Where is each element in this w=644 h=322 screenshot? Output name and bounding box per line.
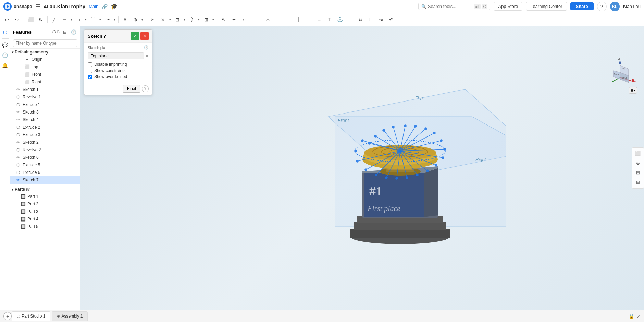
section-parts[interactable]: ▾ Parts (5): [10, 186, 80, 193]
list-icon[interactable]: ≡: [87, 296, 91, 303]
toolbar-rect[interactable]: ▭: [60, 15, 69, 24]
toolbar-sketch-arrow[interactable]: ▾: [140, 15, 144, 24]
toolbar-extend-arrow[interactable]: ▾: [168, 15, 172, 24]
tree-item-sketch6[interactable]: ✏ Sketch 6: [10, 154, 80, 161]
tree-item-sketch2[interactable]: ✏ Sketch 2: [10, 139, 80, 146]
logo[interactable]: onshape: [3, 2, 32, 11]
hamburger-icon[interactable]: ☰: [35, 3, 40, 10]
toolbar-extend[interactable]: ✕: [158, 15, 168, 24]
toolbar-coincident[interactable]: ∙: [253, 15, 262, 24]
toolbar-text[interactable]: A: [120, 15, 130, 24]
canvas-viewport[interactable]: Sketch 7 ✓ ✕ Sketch plane 🕐 Top plane: [80, 26, 644, 310]
sketch-plane-x-btn[interactable]: ✕: [145, 53, 149, 58]
sketch-cancel-button[interactable]: ✕: [140, 32, 149, 40]
toolbar-tangent[interactable]: ⌓: [263, 15, 273, 24]
tree-item-extrude3[interactable]: ⬡ Extrude 3: [10, 131, 80, 139]
tree-item-extrude5[interactable]: ⬡ Extrude 5: [10, 161, 80, 169]
tree-item-part2[interactable]: 🔲 Part 2: [10, 200, 80, 208]
toolbar-select[interactable]: ↖: [219, 15, 228, 24]
sidebar-filter-icon[interactable]: ⊟: [61, 28, 69, 36]
show-constraints-checkbox[interactable]: [88, 69, 92, 73]
show-overdefined-checkbox[interactable]: [88, 75, 92, 79]
toolbar-arc-arrow[interactable]: ▾: [98, 15, 102, 24]
toolbar-pattern[interactable]: ⊞: [201, 15, 211, 24]
toolbar-spline-arrow[interactable]: ▾: [112, 15, 116, 24]
avatar[interactable]: KL: [610, 2, 620, 11]
toolbar-arc[interactable]: ⌒: [88, 15, 98, 24]
left-icon-features[interactable]: ⬡: [1, 28, 9, 36]
bottombar-lock-icon[interactable]: 🔒: [629, 313, 634, 319]
right-icon-2[interactable]: ⊕: [633, 159, 642, 168]
tree-item-sketch3[interactable]: ✏ Sketch 3: [10, 108, 80, 116]
toolbar-parallel[interactable]: ∥: [284, 15, 293, 24]
toolbar-fix[interactable]: ⚓: [335, 15, 345, 24]
help-button[interactable]: ?: [597, 2, 607, 11]
branch-name[interactable]: Main: [89, 4, 98, 9]
tree-item-extrude2[interactable]: ⬡ Extrude 2: [10, 123, 80, 131]
toolbar-undo[interactable]: ↩: [2, 15, 12, 24]
left-icon-messages[interactable]: 💬: [1, 41, 9, 49]
tree-item-sketch4[interactable]: ✏ Sketch 4: [10, 116, 80, 123]
left-icon-notifications[interactable]: 🔔: [1, 61, 9, 70]
search-input[interactable]: [428, 4, 472, 9]
tree-item-front[interactable]: ⬜ Front: [14, 71, 80, 78]
toolbar-sketch[interactable]: ⊕: [131, 15, 140, 24]
toolbar-midpoint[interactable]: ⊤: [325, 15, 334, 24]
tree-item-revolve2[interactable]: ⬡ Revolve 2: [10, 146, 80, 154]
toolbar-redo[interactable]: ↪: [12, 15, 22, 24]
toolbar-mirror[interactable]: ⧛: [187, 15, 197, 24]
tree-item-top[interactable]: ⬜ Top: [14, 63, 80, 71]
tree-item-extrude6[interactable]: ⬡ Extrude 6: [10, 169, 80, 176]
sidebar-clock-icon[interactable]: 🕐: [70, 28, 77, 36]
canvas[interactable]: Sketch 7 ✓ ✕ Sketch plane 🕐 Top plane: [80, 26, 644, 310]
link-icon[interactable]: 🔗: [102, 4, 108, 9]
toolbar-constraint-3[interactable]: ≋: [356, 15, 365, 24]
app-store-button[interactable]: App Store: [494, 2, 522, 11]
tree-item-part4[interactable]: 🔲 Part 4: [10, 215, 80, 223]
toolbar-vertical[interactable]: |: [294, 15, 304, 24]
bottombar-expand-icon[interactable]: ⤢: [636, 313, 641, 319]
toolbar-constraint-6[interactable]: ↶: [386, 15, 396, 24]
view-cube[interactable]: Z X Top Front Right: [610, 57, 637, 84]
toolbar-circle-arrow[interactable]: ▾: [84, 15, 88, 24]
tree-item-sketch1[interactable]: ✏ Sketch 1: [10, 86, 80, 93]
3d-viewport[interactable]: Front Top Right #1 First place: [301, 55, 506, 261]
tree-item-part5[interactable]: 🔲 Part 5: [10, 223, 80, 230]
toolbar-point[interactable]: ✦: [229, 15, 239, 24]
sketch-help-button[interactable]: ?: [142, 85, 149, 92]
sketch-option-show-constraints[interactable]: Show constraints: [88, 68, 149, 74]
view-settings-button[interactable]: ⊞▾: [629, 87, 637, 94]
toolbar-dimension[interactable]: ↔: [239, 15, 249, 24]
add-tab-button[interactable]: +: [3, 312, 12, 320]
toolbar-spline[interactable]: 〜: [103, 15, 112, 24]
tree-item-revolve1[interactable]: ⬡ Revolve 1: [10, 93, 80, 101]
right-icon-1[interactable]: ⬜: [633, 149, 642, 158]
right-icon-4[interactable]: ⊞: [633, 178, 642, 187]
toolbar-circle[interactable]: ○: [74, 15, 84, 24]
sketch-confirm-button[interactable]: ✓: [131, 32, 139, 40]
learning-center-button[interactable]: Learning Center: [526, 2, 567, 11]
sidebar-search[interactable]: [10, 38, 80, 49]
toolbar-equal[interactable]: =: [314, 15, 324, 24]
toolbar-revolve[interactable]: ↻: [36, 15, 46, 24]
user-name[interactable]: Kian Lau: [623, 4, 641, 9]
toolbar-horizontal[interactable]: —: [304, 15, 314, 24]
toolbar-pattern-arrow[interactable]: ▾: [211, 15, 215, 24]
toolbar-trim[interactable]: ✂: [148, 15, 158, 24]
search-tools[interactable]: 🔍 atl C: [418, 3, 491, 10]
left-icon-history[interactable]: 🕐: [1, 51, 9, 59]
sketch-option-show-overdefined[interactable]: Show overdefined: [88, 74, 149, 80]
tree-item-part3[interactable]: 🔲 Part 3: [10, 208, 80, 215]
doc-name[interactable]: 4Lau.KianTrophy: [44, 3, 85, 9]
graduation-icon[interactable]: 🎓: [111, 3, 118, 10]
toolbar-offset[interactable]: ⊡: [173, 15, 182, 24]
toolbar-offset-arrow[interactable]: ▾: [182, 15, 186, 24]
toolbar-rect-arrow[interactable]: ▾: [69, 15, 73, 24]
tree-item-right[interactable]: ⬜ Right: [14, 78, 80, 86]
section-default-geometry[interactable]: ▾ Default geometry: [10, 49, 80, 56]
toolbar-constraint-2[interactable]: ⟂: [345, 15, 355, 24]
toolbar-template[interactable]: ⬜: [26, 15, 35, 24]
tree-item-extrude1[interactable]: ⬡ Extrude 1: [10, 101, 80, 108]
sketch-option-disable-imprinting[interactable]: Disable imprinting: [88, 61, 149, 68]
toolbar-mirror-arrow[interactable]: ▾: [197, 15, 201, 24]
